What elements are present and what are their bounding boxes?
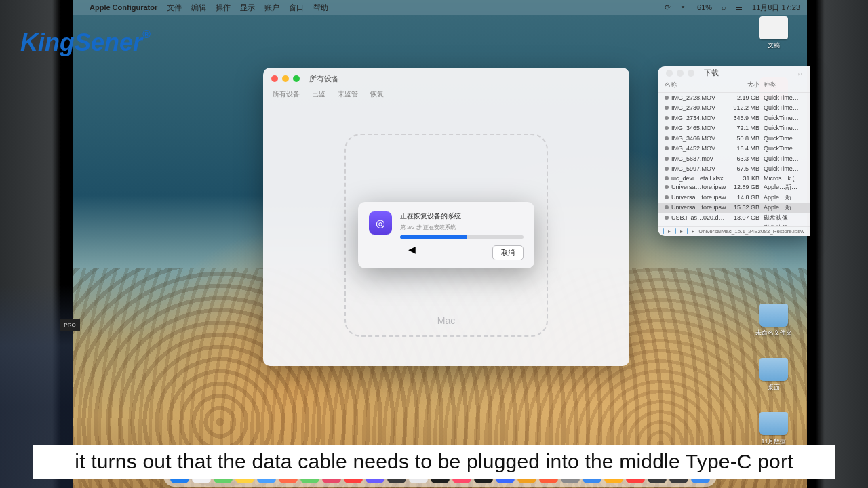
finder-window: 下载 ⌕ 名称 大小 种类 IMG_2728.MOV2.19 GBQuickTi… <box>658 66 810 236</box>
table-row[interactable]: Universa…tore.ipsw12.89 GBApple…新文件 <box>658 182 810 192</box>
app-name[interactable]: Apple Configurator <box>90 3 157 12</box>
table-row[interactable]: IMG_2734.MOV345.9 MBQuickTime影片 <box>658 113 810 123</box>
search-icon[interactable]: ⌕ <box>722 3 726 12</box>
table-row[interactable]: Universa…tore.ipsw14.8 GBApple…新文件 <box>658 192 810 203</box>
drive-icon <box>663 228 664 234</box>
configurator-tabs: 所有设备 已监 未监管 恢复 <box>263 89 629 104</box>
desktop-item-desktop[interactable]: 桌面 <box>760 358 788 392</box>
menu-view[interactable]: 显示 <box>240 3 255 13</box>
table-row[interactable]: IMG_4452.MOV16.4 MBQuickTime影片 <box>658 144 810 154</box>
table-row[interactable]: USB.Flas…020.dmg13.07 GB磁盘映像 <box>658 213 810 223</box>
tab-supervised[interactable]: 已监 <box>312 89 326 104</box>
configurator-app-icon: ◎ <box>369 211 392 235</box>
minimize-icon[interactable] <box>677 70 684 77</box>
close-icon[interactable] <box>666 70 673 77</box>
folder-icon <box>760 358 788 381</box>
dialog-title: 正在恢复设备的系统 <box>400 211 524 221</box>
menu-file[interactable]: 文件 <box>167 3 182 13</box>
table-row[interactable]: IMG_2730.MOV912.2 MBQuickTime影片 <box>658 103 810 113</box>
document-icon <box>760 16 788 39</box>
desktop-item-untitled[interactable]: 未命名文件夹 <box>755 304 792 338</box>
progress-bar <box>400 235 524 239</box>
table-row[interactable]: IMG_3466.MOV50.8 MBQuickTime影片 <box>658 134 810 144</box>
cursor-icon: ◀ <box>408 244 416 255</box>
table-row[interactable]: IMG_5637.mov63.3 MBQuickTime影片 <box>658 154 810 164</box>
desktop-item-nov[interactable]: 11月数据 <box>760 412 788 446</box>
search-icon[interactable]: ⌕ <box>798 70 802 77</box>
window-titlebar[interactable]: 所有设备 <box>263 68 629 89</box>
menu-edit[interactable]: 编辑 <box>191 3 206 13</box>
menu-account[interactable]: 账户 <box>264 3 279 13</box>
configurator-window: 所有设备 所有设备 已监 未监管 恢复 Mac ◎ 正在恢复设备的系统 第 2/… <box>263 68 629 366</box>
path-leaf: UniversalMac_15.1_24B2083_Restore.ipsw <box>698 228 804 235</box>
table-row[interactable]: uic_devi…etail.xlsx31 KBMicros…k (.xlsx) <box>658 174 810 182</box>
table-row[interactable]: IMG_5997.MOV67.5 MBQuickTime影片 <box>658 164 810 174</box>
control-center-icon[interactable]: ☰ <box>736 3 743 12</box>
col-size[interactable]: 大小 <box>727 81 760 89</box>
finder-titlebar[interactable]: 下载 ⌕ <box>658 66 810 80</box>
desktop: Apple Configurator 文件 编辑 操作 显示 账户 窗口 帮助 … <box>73 0 807 488</box>
photo-label: PRO <box>60 319 80 331</box>
folder-icon <box>760 412 788 435</box>
col-name[interactable]: 名称 <box>665 81 727 89</box>
menu-help[interactable]: 帮助 <box>313 3 328 13</box>
finder-title: 下载 <box>704 68 719 78</box>
drop-label: Mac <box>437 315 455 326</box>
folder-icon <box>760 304 788 327</box>
video-caption: it turns out that the data cable needs t… <box>33 445 835 479</box>
tab-unsup[interactable]: 未监管 <box>338 89 358 104</box>
close-icon[interactable] <box>271 75 278 82</box>
desktop-item-documents[interactable]: 文稿 <box>760 16 788 50</box>
clock: 11月8日 17:23 <box>752 3 800 13</box>
zoom-icon[interactable] <box>688 70 694 77</box>
table-row[interactable]: IMG_3465.MOV72.1 MBQuickTime影片 <box>658 123 810 134</box>
battery-pct: 61% <box>697 3 712 12</box>
menubar: Apple Configurator 文件 编辑 操作 显示 账户 窗口 帮助 … <box>73 0 807 15</box>
kingsener-watermark: KingSener® <box>20 28 151 57</box>
cancel-button[interactable]: 取消 <box>492 245 524 260</box>
dialog-subtitle: 第 2/2 步 正在安装系统 <box>400 224 524 231</box>
restore-progress-dialog: ◎ 正在恢复设备的系统 第 2/2 步 正在安装系统 取消 <box>358 202 534 268</box>
zoom-icon[interactable] <box>293 75 300 82</box>
finder-pathbar[interactable]: ▸ ▸ ▸ UniversalMac_15.1_24B2083_Restore.… <box>658 226 810 236</box>
table-row[interactable]: IMG_2728.MOV2.19 GBQuickTime影片 <box>658 93 810 103</box>
folder-icon <box>675 228 675 234</box>
window-title: 所有设备 <box>309 74 339 84</box>
wifi-icon[interactable]: ᯤ <box>680 3 688 12</box>
tab-restore[interactable]: 恢复 <box>370 89 384 104</box>
folder-icon <box>687 228 688 234</box>
menu-window[interactable]: 窗口 <box>289 3 304 13</box>
tab-all[interactable]: 所有设备 <box>273 89 300 104</box>
menu-action[interactable]: 操作 <box>216 3 231 13</box>
finder-file-list[interactable]: IMG_2728.MOV2.19 GBQuickTime影片IMG_2730.M… <box>658 93 810 226</box>
minimize-icon[interactable] <box>282 75 289 82</box>
table-row[interactable]: Universa…tore.ipsw15.52 GBApple…新文件 <box>658 203 810 213</box>
status-icon[interactable]: ⟳ <box>665 3 671 12</box>
col-kind[interactable]: 种类 <box>760 81 803 89</box>
finder-columns: 名称 大小 种类 <box>658 80 810 93</box>
